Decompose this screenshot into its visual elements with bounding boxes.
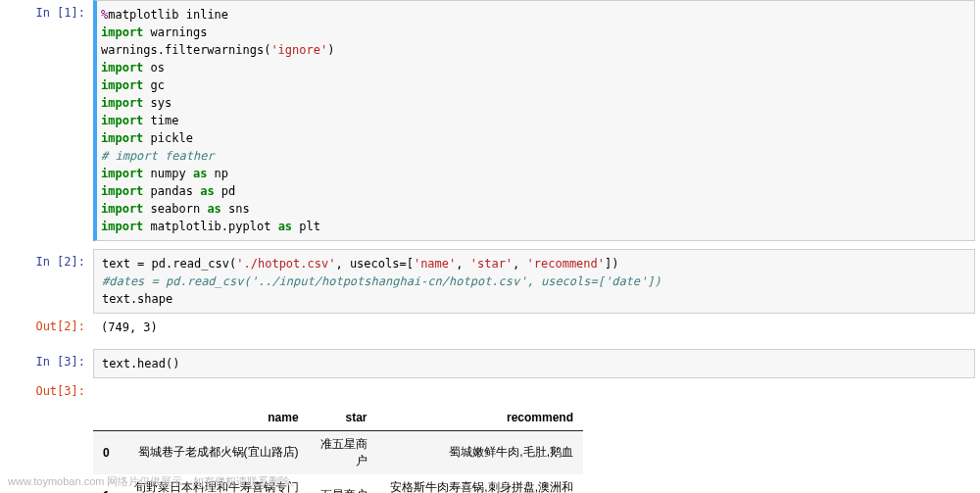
watermark-text: www.toymoban.com 网络片仅供展示，如有侵权请联系删除。 [8, 474, 301, 489]
prompt-out-2: Out[2]: [0, 314, 93, 341]
prompt-in-2: In [2]: [0, 249, 93, 314]
col-recommend: recommend [377, 405, 583, 431]
table-row: 0 蜀城巷子老成都火锅(宜山路店) 准五星商户 蜀城嫩鲜牛肉,毛肚,鹅血 [93, 430, 583, 474]
cell-recommend: 安格斯牛肉寿喜锅,刺身拼盘,澳洲和牛寿喜烧 [377, 474, 583, 493]
code-input-3[interactable]: text.head() [93, 349, 975, 378]
output-text-3 [93, 378, 980, 405]
prompt-out-3: Out[3]: [0, 378, 93, 405]
cell-star: 五星商户 [309, 474, 377, 493]
cell-2-out: Out[2]: (749, 3) [0, 314, 980, 341]
cell-recommend: 蜀城嫩鲜牛肉,毛肚,鹅血 [377, 430, 583, 474]
output-text-2: (749, 3) [93, 314, 980, 341]
prompt-in-3: In [3]: [0, 349, 93, 378]
code-input-1[interactable]: %matplotlib inline import warnings warni… [93, 0, 975, 241]
cell-name: 蜀城巷子老成都火锅(宜山路店) [120, 430, 309, 474]
cell-3: In [3]: text.head() [0, 349, 980, 378]
prompt-in-1: In [1]: [0, 0, 93, 241]
table-header-row: name star recommend [93, 405, 583, 431]
cell-2: In [2]: text = pd.read_csv('./hotpot.csv… [0, 249, 980, 314]
row-index: 0 [93, 430, 120, 474]
code-input-2[interactable]: text = pd.read_csv('./hotpot.csv', useco… [93, 249, 975, 314]
cell-star: 准五星商户 [309, 430, 377, 474]
cell-3-out: Out[3]: [0, 378, 980, 405]
col-name: name [120, 405, 309, 431]
col-star: star [309, 405, 377, 431]
cell-1: In [1]: %matplotlib inline import warnin… [0, 0, 980, 241]
index-header [93, 405, 120, 431]
